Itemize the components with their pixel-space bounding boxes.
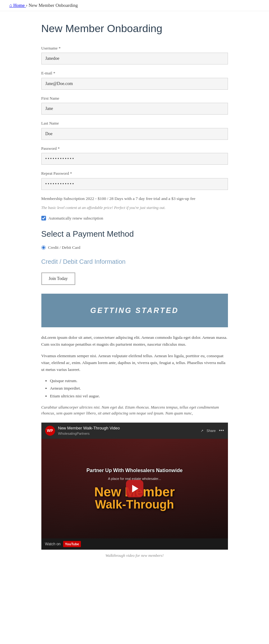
- video-channel: WholesalingPartners: [58, 431, 120, 436]
- partner-text: Partner Up With Wholesalers Nationwide: [86, 467, 183, 474]
- video-header-right: ↗ Share •••: [201, 427, 224, 434]
- new-member-line2: Walk-Through: [86, 499, 183, 510]
- bullet-list: Quisque rutrum. Aenean imperdiet. Etiam …: [41, 378, 228, 399]
- watch-on-label: Watch on: [45, 541, 61, 547]
- list-item: Etiam ultricies nisi vel augue.: [50, 393, 228, 399]
- first-name-label: First Name: [41, 95, 228, 102]
- body-paragraph-1: dsLorem ipsum dolor sit amet, consectetu…: [41, 334, 228, 348]
- credit-card-option: Credit / Debit Card: [41, 244, 228, 251]
- username-group: Username *: [41, 45, 228, 65]
- wp-logo: WP: [45, 426, 55, 436]
- username-input[interactable]: [41, 53, 228, 64]
- youtube-logo: YouTube: [63, 541, 81, 547]
- video-footer: Watch on YouTube: [41, 538, 228, 550]
- list-item: Quisque rutrum.: [50, 378, 228, 384]
- breadcrumb-home-link[interactable]: ⌂ Home: [9, 3, 26, 8]
- email-label: E-mail *: [41, 70, 228, 76]
- video-header: WP New Member Walk-Through Video Wholesa…: [41, 423, 228, 439]
- italic-paragraph: Curabitur ullamcorper ultricies nisi. Na…: [41, 404, 228, 416]
- membership-subtext: The basic level content at an affordable…: [41, 205, 228, 211]
- last-name-group: Last Name: [41, 120, 228, 140]
- video-title: New Member Walk-Through Video: [58, 425, 120, 431]
- list-item: Aenean imperdiet.: [50, 385, 228, 391]
- payment-options: Credit / Debit Card: [41, 244, 228, 251]
- share-icon[interactable]: ↗: [201, 428, 203, 433]
- page-title: New Member Onboarding: [41, 21, 228, 36]
- play-button[interactable]: [126, 480, 143, 497]
- username-label: Username *: [41, 45, 228, 51]
- auto-renew-label[interactable]: Automatically renew subscription: [49, 215, 103, 221]
- repeat-password-input[interactable]: [41, 178, 228, 190]
- payment-section-title: Select a Payment Method: [41, 228, 228, 240]
- auto-renew-row: Automatically renew subscription: [41, 215, 228, 221]
- breadcrumb-separator: ›: [26, 3, 27, 8]
- breadcrumb-bar: ⌂ Home › New Member Onboarding: [0, 0, 269, 11]
- credit-card-label[interactable]: Credit / Debit Card: [48, 244, 81, 251]
- video-container: WP New Member Walk-Through Video Wholesa…: [41, 423, 228, 550]
- video-title-info: New Member Walk-Through Video Wholesalin…: [58, 425, 120, 436]
- repeat-password-label: Repeat Password *: [41, 170, 228, 177]
- breadcrumb: ⌂ Home › New Member Onboarding: [9, 3, 78, 8]
- getting-started-banner: GETTING STARTED: [41, 294, 228, 327]
- share-label[interactable]: Share: [206, 428, 216, 433]
- auto-renew-checkbox[interactable]: [41, 216, 46, 220]
- email-input[interactable]: [41, 78, 228, 90]
- banner-title: GETTING STARTED: [48, 305, 222, 316]
- password-label: Password *: [41, 145, 228, 152]
- video-caption: Walkthrough video for new members!: [41, 553, 228, 559]
- first-name-input[interactable]: [41, 103, 228, 115]
- card-info-title: Credit / Debit Card Information: [41, 257, 228, 266]
- play-icon: [132, 485, 138, 492]
- last-name-input[interactable]: [41, 128, 228, 140]
- main-content: New Member Onboarding Username * E-mail …: [32, 11, 237, 571]
- more-options-icon[interactable]: •••: [219, 427, 224, 434]
- password-group: Password *: [41, 145, 228, 165]
- email-group: E-mail *: [41, 70, 228, 90]
- breadcrumb-current: New Member Onboarding: [29, 3, 78, 8]
- credit-card-radio[interactable]: [41, 245, 46, 250]
- repeat-password-group: Repeat Password *: [41, 170, 228, 190]
- password-input[interactable]: [41, 153, 228, 165]
- home-icon: ⌂: [9, 3, 12, 8]
- join-today-button[interactable]: Join Today: [41, 272, 75, 285]
- video-header-left: WP New Member Walk-Through Video Wholesa…: [45, 425, 120, 436]
- video-thumbnail: Partner Up With Wholesalers Nationwide A…: [41, 439, 228, 538]
- last-name-label: Last Name: [41, 120, 228, 126]
- first-name-group: First Name: [41, 95, 228, 115]
- body-paragraph-2: Vivamus elementum semper nisi. Aenean vu…: [41, 353, 228, 373]
- membership-description: Membership Subscription 2022 - $100 / 28…: [41, 196, 228, 202]
